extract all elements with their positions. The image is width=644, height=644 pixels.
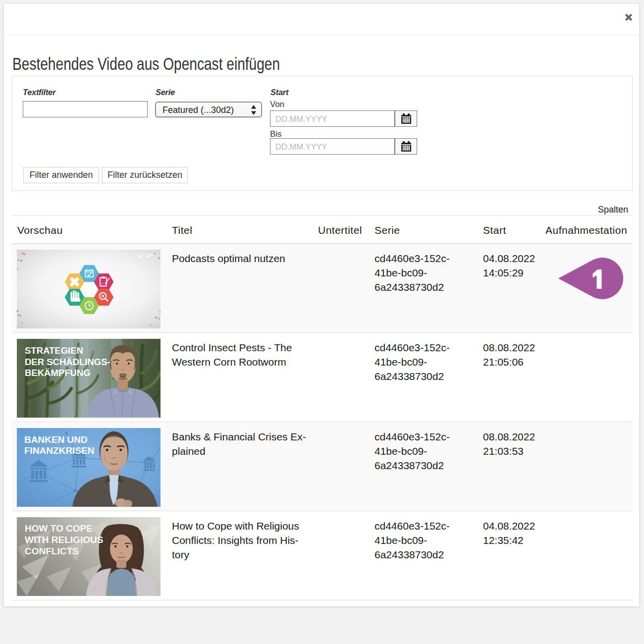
svg-text:BANKEN UND: BANKEN UND xyxy=(24,434,88,445)
svg-text:STRATEGIEN: STRATEGIEN xyxy=(25,345,83,356)
svg-text:BEKÄMPFUNG: BEKÄMPFUNG xyxy=(25,368,91,378)
svg-text:u: u xyxy=(139,252,142,260)
svg-text:DER SCHÄDLINGS-: DER SCHÄDLINGS- xyxy=(25,357,110,367)
svg-text:CONFLICTS: CONFLICTS xyxy=(25,546,79,556)
svg-text:HOW TO COPE: HOW TO COPE xyxy=(25,523,93,534)
svg-text:WITH RELIGIOUS: WITH RELIGIOUS xyxy=(25,535,103,545)
svg-text:FINANZKRISEN: FINANZKRISEN xyxy=(24,445,94,456)
svg-text:b: b xyxy=(143,253,145,256)
